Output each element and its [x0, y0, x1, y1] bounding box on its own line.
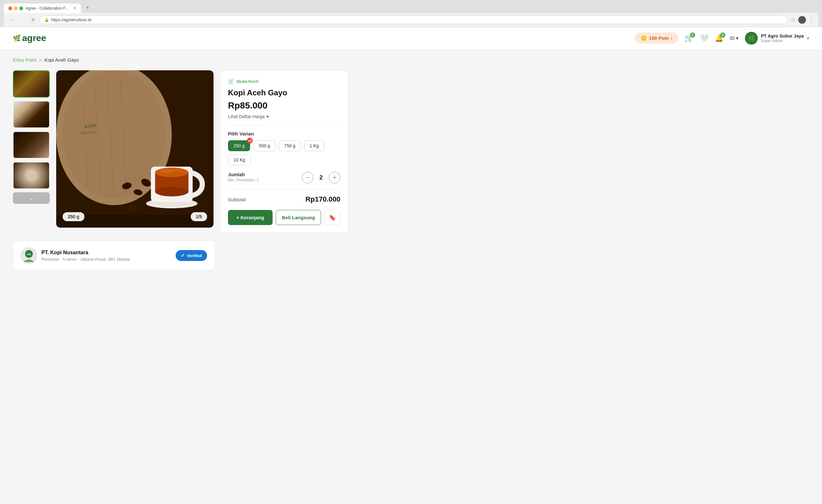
profile-chevron-icon: ▾: [807, 36, 809, 41]
verified-badge: ✓ Verified: [175, 250, 207, 261]
action-buttons: + Keranjang Beli Langsung 🔖: [228, 210, 340, 225]
quantity-control: − 2 +: [302, 172, 340, 183]
points-label: 150 Poin: [649, 35, 669, 41]
min-purchase-label: Min. Pembelian: 1: [228, 178, 259, 182]
svg-point-2: [63, 70, 165, 199]
traffic-light-yellow[interactable]: [14, 6, 18, 10]
header-actions: 🪙 150 Poin › 🛒 2 🤍 🔔 2 ID ▾ 🌿 PT Agro Su…: [635, 32, 809, 45]
add-to-cart-button[interactable]: + Keranjang: [228, 210, 273, 225]
back-button[interactable]: ←: [8, 16, 16, 23]
user-profile[interactable]: 🌿 PT Agro Subur Jaya Super Admin ▾: [745, 32, 809, 45]
user-company: PT Agro Subur Jaya: [761, 33, 804, 38]
save-button[interactable]: 🔖: [324, 210, 340, 225]
variant-1kg[interactable]: 1 Kg: [304, 140, 324, 151]
thumbnail-2[interactable]: [13, 101, 50, 128]
user-info: PT Agro Subur Jaya Super Admin: [761, 33, 804, 43]
points-icon: 🪙: [641, 35, 647, 41]
browser-toolbar: ← → ↻ 🔒 https://agreeculture.id ☆ ⋮: [4, 13, 818, 27]
profile-icon[interactable]: [798, 16, 806, 24]
menu-icon[interactable]: ⋮: [809, 16, 814, 23]
thumbnail-list: ⌄: [13, 70, 50, 204]
thumbnail-4[interactable]: [13, 162, 50, 189]
reload-button[interactable]: ↻: [30, 16, 37, 23]
address-bar[interactable]: 🔒 https://agreeculture.id: [39, 15, 788, 24]
cart-button[interactable]: 🛒 2: [685, 34, 693, 42]
browser-tab[interactable]: Agree - Collaboration For ... ✕: [4, 4, 81, 13]
points-chevron: ›: [671, 36, 672, 41]
traffic-light-green[interactable]: [19, 6, 23, 10]
breadcrumb-separator: >: [39, 57, 42, 63]
tab-close-icon[interactable]: ✕: [73, 6, 76, 11]
logo-text: agree: [22, 33, 46, 43]
quantity-label: Jumlah: [228, 172, 259, 177]
logo[interactable]: 🌿 agree: [13, 33, 46, 43]
seller-meta: Pertanian · 5 tahun · Jakarta Pusat, DKI…: [41, 257, 130, 262]
tab-title: Agree - Collaboration For ...: [26, 6, 70, 11]
product-price: Rp85.000: [228, 100, 340, 111]
buy-now-button[interactable]: Beli Langsung: [276, 210, 321, 225]
main-image: KOPI ARABIKA: [56, 70, 214, 227]
breadcrumb-link[interactable]: Entry Point: [13, 57, 36, 63]
image-counter: 1/5: [191, 212, 207, 221]
language-selector[interactable]: ID ▾: [730, 35, 739, 41]
price-list-chevron-icon: ▾: [267, 114, 269, 119]
svg-point-40: [161, 169, 173, 173]
user-role: Super Admin: [761, 38, 804, 43]
verified-label: Verified: [187, 253, 202, 258]
seller-name: PT. Kopi Nusantara: [41, 250, 130, 256]
subtotal-value: Rp170.000: [305, 195, 340, 203]
lang-chevron-icon: ▾: [736, 35, 739, 41]
new-tab-button[interactable]: +: [82, 3, 93, 13]
notification-button[interactable]: 🔔 2: [715, 34, 724, 42]
quantity-value: 2: [318, 174, 324, 181]
variant-500g[interactable]: 500 g: [253, 140, 276, 151]
site: 🌿 agree 🪙 150 Poin › 🛒 2 🤍 🔔 2 ID ▾: [0, 27, 822, 502]
breadcrumb-current: Kopi Aceh Gayo: [44, 57, 79, 63]
variant-250g[interactable]: 250 g x2: [228, 140, 250, 151]
svg-point-39: [155, 167, 188, 177]
scale-badge: 🛒 Skala Kecil: [228, 78, 340, 84]
wishlist-button[interactable]: 🤍: [700, 34, 708, 42]
quantity-section: Jumlah Min. Pembelian: 1 − 2 +: [228, 172, 340, 189]
notif-badge: 2: [720, 32, 725, 38]
forward-button[interactable]: →: [19, 16, 27, 23]
variant-750g[interactable]: 750 g: [279, 140, 301, 151]
thumbnail-1[interactable]: [13, 70, 50, 98]
page-content: Entry Point > Kopi Aceh Gayo: [0, 49, 822, 502]
variant-10kg[interactable]: 10 Kg: [228, 154, 251, 165]
scroll-down-button[interactable]: ⌄: [13, 192, 50, 204]
points-button[interactable]: 🪙 150 Poin ›: [635, 32, 678, 44]
scale-label: Skala Kecil: [236, 79, 259, 84]
seller-card: AG PT. Kopi Nusantara Pertanian · 5 tahu…: [13, 241, 215, 270]
image-weight-tag: 250 g: [63, 212, 84, 221]
url-text: https://agreeculture.id: [51, 17, 91, 22]
site-header: 🌿 agree 🪙 150 Poin › 🛒 2 🤍 🔔 2 ID ▾: [0, 27, 822, 49]
cart-badge: 2: [690, 32, 695, 38]
avatar: 🌿: [745, 32, 758, 45]
seller-avatar: AG: [21, 247, 37, 264]
verified-check-icon: ✓: [181, 253, 185, 259]
lock-icon: 🔒: [44, 18, 49, 22]
svg-text:AG: AG: [27, 253, 31, 256]
subtotal-row: Subtotal Rp170.000: [228, 195, 340, 203]
lang-label: ID: [730, 35, 735, 41]
product-layout: ⌄: [13, 70, 809, 233]
traffic-light-red[interactable]: [8, 6, 12, 10]
thumbnail-3[interactable]: [13, 131, 50, 158]
seller-info: AG PT. Kopi Nusantara Pertanian · 5 tahu…: [21, 247, 130, 264]
main-image-container: KOPI ARABIKA: [56, 70, 214, 227]
variant-options: 250 g x2 500 g 750 g 1 Kg 10 Kg: [228, 140, 340, 165]
price-list-button[interactable]: Lihat Daftar Harga ▾: [228, 114, 340, 125]
price-list-label: Lihat Daftar Harga: [228, 114, 265, 119]
quantity-increase-button[interactable]: +: [329, 172, 340, 183]
variant-badge-x2: x2: [247, 138, 253, 143]
product-name: Kopi Aceh Gayo: [228, 88, 340, 97]
product-card: 🛒 Skala Kecil Kopi Aceh Gayo Rp85.000 Li…: [220, 70, 348, 233]
quantity-decrease-button[interactable]: −: [302, 172, 313, 183]
variant-label: Pilih Varian: [228, 131, 340, 136]
subtotal-label: Subtotal: [228, 197, 246, 202]
scale-icon: 🛒: [228, 78, 235, 84]
bookmark-icon[interactable]: ☆: [791, 16, 796, 23]
browser-chrome: Agree - Collaboration For ... ✕ + ← → ↻ …: [0, 0, 822, 27]
svg-point-38: [155, 187, 188, 196]
